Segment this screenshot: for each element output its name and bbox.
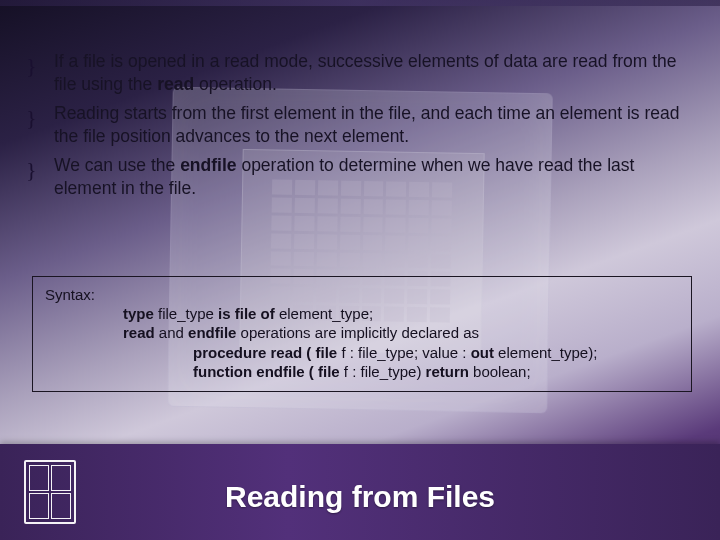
syntax-heading: Syntax: (45, 285, 679, 304)
syntax-keyword: endfile (188, 324, 236, 341)
syntax-text: f : file_type; value : (337, 344, 470, 361)
bullet-item: } We can use the endfile operation to de… (26, 154, 696, 200)
syntax-text: boolean; (469, 363, 531, 380)
syntax-keyword: return (426, 363, 469, 380)
syntax-text: element_type; (275, 305, 373, 322)
bullet-marker-icon: } (26, 51, 37, 80)
syntax-keyword: is file of (218, 305, 275, 322)
syntax-text: f : file_type) (340, 363, 426, 380)
syntax-keyword: function endfile ( file (193, 363, 340, 380)
syntax-line: type file_type is file of element_type; (45, 304, 679, 323)
bullet-item: } Reading starts from the first element … (26, 102, 696, 148)
syntax-text: element_type); (494, 344, 597, 361)
bullet-item: } If a file is opened in a read mode, su… (26, 50, 696, 96)
slide-body: } If a file is opened in a read mode, su… (26, 50, 696, 207)
bullet-marker-icon: } (26, 103, 37, 132)
bullet-text-pre: If a file is opened in a read mode, succ… (54, 51, 677, 94)
syntax-text: and (155, 324, 188, 341)
slide-title: Reading from Files (0, 480, 720, 514)
syntax-keyword: out (471, 344, 494, 361)
bullet-list: } If a file is opened in a read mode, su… (26, 50, 696, 201)
syntax-text: file_type (154, 305, 218, 322)
syntax-line: read and endfile operations are implicit… (45, 323, 679, 342)
bullet-text-post: operation. (194, 74, 277, 94)
bullet-text-strong: endfile (180, 155, 236, 175)
syntax-line: procedure read ( file f : file_type; val… (45, 343, 679, 362)
syntax-keyword: procedure read ( file (193, 344, 337, 361)
syntax-keyword: type (123, 305, 154, 322)
syntax-box: Syntax: type file_type is file of elemen… (32, 276, 692, 392)
bullet-marker-icon: } (26, 155, 37, 184)
syntax-line: function endfile ( file f : file_type) r… (45, 362, 679, 381)
bullet-text-strong: read (157, 74, 194, 94)
syntax-text: operations are implicitly declared as (236, 324, 479, 341)
bullet-text-pre: We can use the (54, 155, 180, 175)
top-accent-bar (0, 0, 720, 6)
syntax-keyword: read (123, 324, 155, 341)
bullet-text-pre: Reading starts from the first element in… (54, 103, 679, 146)
